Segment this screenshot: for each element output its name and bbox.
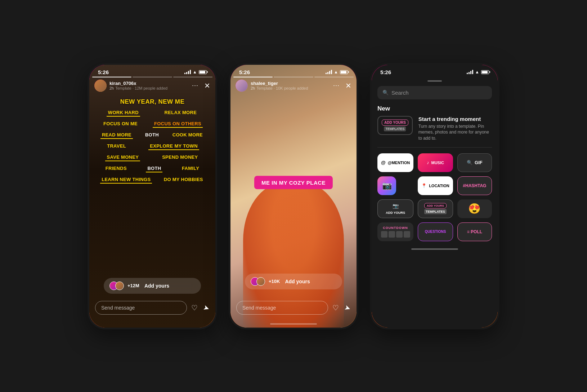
- poll-label: ≡ POLL: [467, 229, 482, 234]
- add-yours-template-sticker[interactable]: ADD YOURS TEMPLATES: [377, 116, 413, 135]
- photo-icon: 📷: [382, 181, 392, 190]
- home-indicator-3: [411, 248, 458, 250]
- search-gif-icon: 🔍: [467, 160, 472, 165]
- wifi-icon-2: ▲: [334, 69, 338, 75]
- choice-cook-more[interactable]: COOK MORE: [171, 130, 204, 140]
- location-sticker[interactable]: 📍 LOCATION: [418, 176, 453, 195]
- sticker-grid: @ @MENTION ♪ MUSIC 🔍 GIF: [372, 153, 498, 247]
- add-yours-button-1[interactable]: Add yours: [144, 283, 169, 289]
- username-2: shalee_tiger: [251, 81, 330, 86]
- choice-both-1[interactable]: BOTH: [144, 130, 160, 140]
- story-header-1: kiran_0706x 2h Template · 12M people add…: [89, 77, 215, 95]
- username-1: kiran_0706x: [109, 81, 189, 86]
- heart-icon-2[interactable]: ♡: [332, 303, 339, 312]
- status-time-2: 5:26: [239, 69, 250, 75]
- location-icon: 📍: [421, 183, 427, 188]
- choice-travel[interactable]: TRAVEL: [106, 141, 127, 151]
- choice-explore[interactable]: EXPLORE MY TOWN: [148, 141, 199, 151]
- choice-save-money[interactable]: SAVE MONEY: [105, 152, 140, 162]
- poll-sticker[interactable]: ≡ POLL: [457, 222, 492, 241]
- choice-read-more[interactable]: READ MORE: [100, 130, 133, 140]
- status-bar-3: 5:26 ▲: [372, 65, 498, 77]
- phones-container: 5:26 ▲: [73, 49, 514, 344]
- phone-2: 5:26 ▲: [229, 63, 358, 329]
- user-info-2: shalee_tiger 2h Template · 10K people ad…: [251, 81, 330, 90]
- emoji-sticker[interactable]: 😍: [457, 199, 492, 218]
- add-yours-templates-sticker[interactable]: ADD YOURS TEMPLATES: [418, 199, 453, 218]
- more-button-2[interactable]: ···: [333, 82, 340, 89]
- choice-focus-others[interactable]: FOCUS ON OTHERS: [153, 119, 203, 129]
- story-actions-2: ··· ✕: [333, 81, 351, 90]
- send-icon-1[interactable]: ➤: [202, 302, 211, 312]
- choice-hobbies[interactable]: DO MY HOBBIES: [162, 175, 205, 184]
- heart-icon-1[interactable]: ♡: [191, 303, 198, 312]
- mention-sticker[interactable]: @ @MENTION: [377, 153, 413, 172]
- mention-icon: @: [381, 160, 386, 165]
- send-icon-2[interactable]: ➤: [343, 302, 352, 312]
- user-info-1: kiran_0706x 2h Template · 12M people add…: [109, 81, 189, 90]
- countdown-sticker[interactable]: COUNTDOWN: [377, 222, 413, 241]
- choice-friends[interactable]: FRIENDS: [104, 163, 128, 173]
- close-button-2[interactable]: ✕: [345, 81, 351, 90]
- choice-row-6: FRIENDS BOTH FAMILY: [97, 163, 208, 173]
- close-button-1[interactable]: ✕: [204, 81, 210, 90]
- choice-learn[interactable]: LEARN NEW THINGS: [100, 175, 152, 184]
- questions-sticker[interactable]: QUESTIONS: [418, 222, 453, 241]
- music-icon: ♪: [427, 160, 429, 165]
- choice-both-2[interactable]: BOTH: [146, 163, 162, 173]
- story-title-1: NEW YEAR, NEW ME: [97, 95, 208, 108]
- status-bar-1: 5:26 ▲: [89, 65, 215, 77]
- signal-icon-1: [184, 70, 191, 74]
- mention-label: @MENTION: [388, 161, 410, 165]
- mini-avatar-2b: [256, 277, 265, 286]
- status-time-1: 5:26: [98, 69, 109, 75]
- music-label: MUSIC: [431, 161, 444, 165]
- signal-icon-3: [467, 70, 473, 74]
- gif-sticker[interactable]: 🔍 GIF: [457, 153, 492, 172]
- add-yours-label: ADD YOURS: [386, 211, 405, 215]
- template-meta-2: Template · 10K people added: [256, 86, 308, 90]
- status-icons-2: ▲: [326, 69, 348, 75]
- status-icons-1: ▲: [184, 69, 207, 75]
- mini-avatar-2: [115, 281, 124, 290]
- add-yours-button-2[interactable]: Add yours: [285, 279, 310, 284]
- phone-bottom-1: Send message ♡ ➤: [89, 298, 215, 322]
- divider: [377, 147, 492, 148]
- cozy-sticker[interactable]: ME IN MY COZY PLACE: [254, 176, 333, 189]
- choice-row-3: READ MORE BOTH COOK MORE: [97, 130, 208, 140]
- add-yours-sticker-label: ADD YOURS: [382, 120, 408, 126]
- choice-work-hard[interactable]: WORK HARD: [107, 108, 140, 117]
- add-count-2: +10K: [269, 279, 280, 284]
- templates-sticker-label: TEMPLATES: [384, 126, 406, 131]
- status-bar-2: 5:26 ▲: [230, 65, 357, 77]
- emoji-icon: 😍: [468, 203, 481, 215]
- add-yours-bar-1[interactable]: +12M Add yours: [104, 278, 201, 294]
- add-yours-bar-2[interactable]: +10K Add yours: [245, 274, 342, 289]
- add-count-1: +12M: [127, 283, 139, 288]
- bottom-icons-1: ♡ ➤: [191, 303, 210, 312]
- story-header-2: shalee_tiger 2h Template · 10K people ad…: [230, 77, 357, 95]
- avatar-1: [94, 80, 107, 92]
- avatar-stack-2: [251, 277, 265, 286]
- phone1-body: NEW YEAR, NEW ME WORK HARD RELAX MORE FO…: [89, 95, 215, 298]
- choice-relax-more[interactable]: RELAX MORE: [163, 108, 198, 117]
- add-yours-sticker[interactable]: 📷 ADD YOURS: [377, 199, 413, 218]
- bottom-icons-2: ♡ ➤: [332, 303, 351, 312]
- choice-row-5: SAVE MONEY SPEND MONEY: [97, 152, 208, 162]
- choice-spend-money[interactable]: SPEND MONEY: [161, 152, 199, 162]
- choice-focus-me[interactable]: FOCUS ON ME: [102, 119, 139, 129]
- add-yours-t-label: ADD YOURS: [424, 203, 447, 208]
- music-sticker[interactable]: ♪ MUSIC: [418, 153, 453, 172]
- search-bar[interactable]: 🔍 Search: [377, 86, 492, 99]
- photo-sticker[interactable]: 📷: [377, 176, 396, 195]
- wifi-icon-3: ▲: [475, 69, 479, 75]
- message-input-2[interactable]: Send message: [236, 301, 328, 315]
- hashtag-sticker[interactable]: #HASHTAG: [457, 176, 492, 195]
- countdown-label: COUNTDOWN: [383, 226, 408, 230]
- choice-family[interactable]: FAMILY: [180, 163, 201, 173]
- story-meta-2: 2h Template · 10K people added: [251, 86, 330, 90]
- message-input-1[interactable]: Send message: [95, 301, 187, 315]
- phone-1: 5:26 ▲: [88, 63, 217, 329]
- home-indicator-2: [270, 323, 317, 325]
- more-button-1[interactable]: ···: [192, 82, 198, 89]
